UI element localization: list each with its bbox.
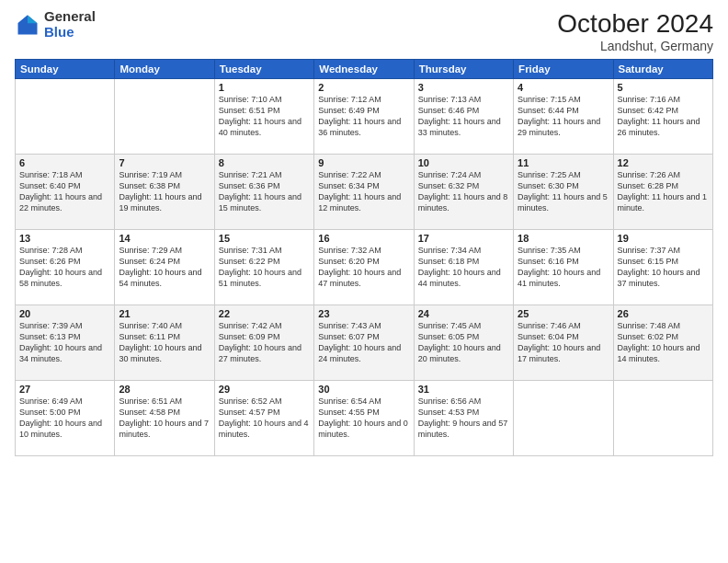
table-row [514, 381, 613, 456]
calendar-week-row: 20Sunrise: 7:39 AMSunset: 6:13 PMDayligh… [16, 305, 713, 381]
day-number: 5 [618, 82, 709, 93]
day-info: Sunrise: 7:13 AMSunset: 6:46 PMDaylight:… [418, 94, 509, 139]
day-number: 8 [219, 157, 310, 168]
day-info: Sunrise: 7:34 AMSunset: 6:18 PMDaylight:… [418, 245, 509, 290]
col-monday: Monday [115, 60, 214, 79]
col-wednesday: Wednesday [314, 60, 414, 79]
table-row: 21Sunrise: 7:40 AMSunset: 6:11 PMDayligh… [115, 305, 214, 381]
table-row: 28Sunrise: 6:51 AMSunset: 4:58 PMDayligh… [115, 381, 214, 456]
col-thursday: Thursday [414, 60, 513, 79]
table-row: 23Sunrise: 7:43 AMSunset: 6:07 PMDayligh… [314, 305, 414, 381]
calendar-week-row: 27Sunrise: 6:49 AMSunset: 5:00 PMDayligh… [16, 381, 713, 456]
col-sunday: Sunday [16, 60, 115, 79]
day-info: Sunrise: 7:12 AMSunset: 6:49 PMDaylight:… [318, 94, 409, 139]
table-row: 15Sunrise: 7:31 AMSunset: 6:22 PMDayligh… [214, 230, 313, 305]
day-info: Sunrise: 7:18 AMSunset: 6:40 PMDaylight:… [19, 169, 110, 214]
table-row: 19Sunrise: 7:37 AMSunset: 6:15 PMDayligh… [613, 230, 712, 305]
table-row: 16Sunrise: 7:32 AMSunset: 6:20 PMDayligh… [314, 230, 414, 305]
table-row: 26Sunrise: 7:48 AMSunset: 6:02 PMDayligh… [613, 305, 712, 381]
calendar-week-row: 1Sunrise: 7:10 AMSunset: 6:51 PMDaylight… [16, 79, 713, 155]
day-number: 3 [418, 82, 509, 93]
day-number: 27 [19, 384, 110, 395]
day-info: Sunrise: 7:26 AMSunset: 6:28 PMDaylight:… [618, 169, 709, 214]
table-row: 4Sunrise: 7:15 AMSunset: 6:44 PMDaylight… [514, 79, 613, 155]
day-info: Sunrise: 7:19 AMSunset: 6:38 PMDaylight:… [119, 169, 210, 214]
day-number: 23 [318, 308, 409, 319]
table-row: 6Sunrise: 7:18 AMSunset: 6:40 PMDaylight… [16, 155, 115, 230]
day-info: Sunrise: 7:46 AMSunset: 6:04 PMDaylight:… [518, 320, 609, 365]
table-row: 9Sunrise: 7:22 AMSunset: 6:34 PMDaylight… [314, 155, 414, 230]
day-info: Sunrise: 7:15 AMSunset: 6:44 PMDaylight:… [518, 94, 609, 139]
col-saturday: Saturday [613, 60, 712, 79]
day-info: Sunrise: 6:56 AMSunset: 4:53 PMDaylight:… [418, 396, 509, 441]
day-info: Sunrise: 6:51 AMSunset: 4:58 PMDaylight:… [119, 396, 210, 441]
table-row: 31Sunrise: 6:56 AMSunset: 4:53 PMDayligh… [414, 381, 513, 456]
svg-marker-2 [18, 15, 28, 23]
day-info: Sunrise: 7:39 AMSunset: 6:13 PMDaylight:… [19, 320, 110, 365]
day-number: 19 [618, 233, 709, 244]
day-info: Sunrise: 6:54 AMSunset: 4:55 PMDaylight:… [318, 396, 409, 441]
month-title: October 2024 [557, 9, 713, 39]
day-number: 25 [518, 308, 609, 319]
table-row: 1Sunrise: 7:10 AMSunset: 6:51 PMDaylight… [214, 79, 313, 155]
table-row: 29Sunrise: 6:52 AMSunset: 4:57 PMDayligh… [214, 381, 313, 456]
day-number: 20 [19, 308, 110, 319]
table-row: 30Sunrise: 6:54 AMSunset: 4:55 PMDayligh… [314, 381, 414, 456]
calendar-table: Sunday Monday Tuesday Wednesday Thursday… [15, 59, 713, 456]
day-info: Sunrise: 6:49 AMSunset: 5:00 PMDaylight:… [19, 396, 110, 441]
day-number: 13 [19, 233, 110, 244]
day-info: Sunrise: 7:21 AMSunset: 6:36 PMDaylight:… [219, 169, 310, 214]
day-number: 24 [418, 308, 509, 319]
col-tuesday: Tuesday [214, 60, 313, 79]
day-info: Sunrise: 7:32 AMSunset: 6:20 PMDaylight:… [318, 245, 409, 290]
day-number: 22 [219, 308, 310, 319]
logo: General Blue [15, 9, 96, 40]
table-row: 25Sunrise: 7:46 AMSunset: 6:04 PMDayligh… [514, 305, 613, 381]
day-number: 4 [518, 82, 609, 93]
day-info: Sunrise: 7:29 AMSunset: 6:24 PMDaylight:… [119, 245, 210, 290]
day-number: 29 [219, 384, 310, 395]
table-row: 17Sunrise: 7:34 AMSunset: 6:18 PMDayligh… [414, 230, 513, 305]
day-info: Sunrise: 7:28 AMSunset: 6:26 PMDaylight:… [19, 245, 110, 290]
day-number: 12 [618, 157, 709, 168]
logo-icon [15, 12, 40, 38]
location: Landshut, Germany [557, 39, 713, 53]
day-info: Sunrise: 7:16 AMSunset: 6:42 PMDaylight:… [618, 94, 709, 139]
day-number: 17 [418, 233, 509, 244]
table-row [613, 381, 712, 456]
table-row [16, 79, 115, 155]
table-row: 24Sunrise: 7:45 AMSunset: 6:05 PMDayligh… [414, 305, 513, 381]
table-row: 12Sunrise: 7:26 AMSunset: 6:28 PMDayligh… [613, 155, 712, 230]
day-number: 7 [119, 157, 210, 168]
day-info: Sunrise: 7:31 AMSunset: 6:22 PMDaylight:… [219, 245, 310, 290]
header: General Blue October 2024 Landshut, Germ… [15, 9, 713, 53]
day-info: Sunrise: 7:48 AMSunset: 6:02 PMDaylight:… [618, 320, 709, 365]
day-number: 30 [318, 384, 409, 395]
day-number: 31 [418, 384, 509, 395]
day-number: 14 [119, 233, 210, 244]
logo-general-label: General [44, 9, 96, 25]
table-row: 5Sunrise: 7:16 AMSunset: 6:42 PMDaylight… [613, 79, 712, 155]
page: General Blue October 2024 Landshut, Germ… [0, 0, 728, 563]
day-info: Sunrise: 7:40 AMSunset: 6:11 PMDaylight:… [119, 320, 210, 365]
table-row: 22Sunrise: 7:42 AMSunset: 6:09 PMDayligh… [214, 305, 313, 381]
day-number: 26 [618, 308, 709, 319]
table-row: 14Sunrise: 7:29 AMSunset: 6:24 PMDayligh… [115, 230, 214, 305]
day-info: Sunrise: 7:35 AMSunset: 6:16 PMDaylight:… [518, 245, 609, 290]
day-info: Sunrise: 7:37 AMSunset: 6:15 PMDaylight:… [618, 245, 709, 290]
table-row: 2Sunrise: 7:12 AMSunset: 6:49 PMDaylight… [314, 79, 414, 155]
title-block: October 2024 Landshut, Germany [557, 9, 713, 53]
table-row: 13Sunrise: 7:28 AMSunset: 6:26 PMDayligh… [16, 230, 115, 305]
day-number: 1 [219, 82, 310, 93]
calendar-header-row: Sunday Monday Tuesday Wednesday Thursday… [16, 60, 713, 79]
table-row: 18Sunrise: 7:35 AMSunset: 6:16 PMDayligh… [514, 230, 613, 305]
day-number: 6 [19, 157, 110, 168]
table-row: 10Sunrise: 7:24 AMSunset: 6:32 PMDayligh… [414, 155, 513, 230]
day-number: 11 [518, 157, 609, 168]
table-row: 3Sunrise: 7:13 AMSunset: 6:46 PMDaylight… [414, 79, 513, 155]
day-number: 18 [518, 233, 609, 244]
day-info: Sunrise: 7:22 AMSunset: 6:34 PMDaylight:… [318, 169, 409, 214]
day-info: Sunrise: 7:42 AMSunset: 6:09 PMDaylight:… [219, 320, 310, 365]
table-row: 11Sunrise: 7:25 AMSunset: 6:30 PMDayligh… [514, 155, 613, 230]
day-info: Sunrise: 6:52 AMSunset: 4:57 PMDaylight:… [219, 396, 310, 441]
